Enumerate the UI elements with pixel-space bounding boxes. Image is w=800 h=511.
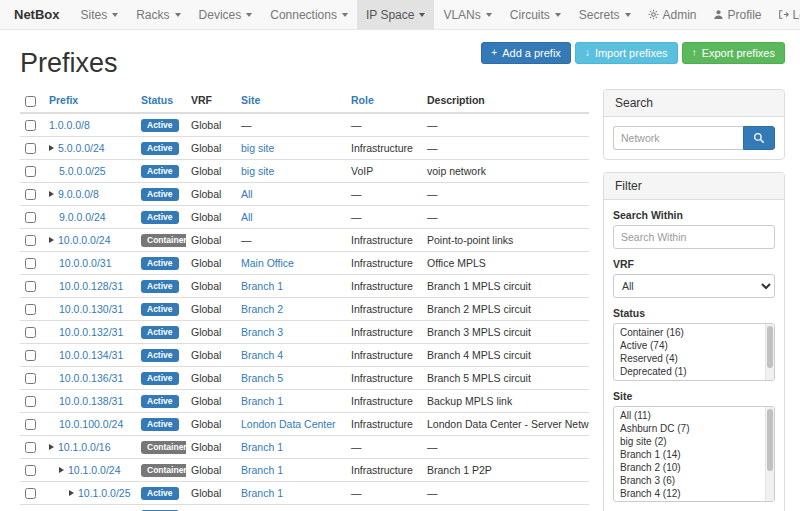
row-checkbox[interactable]: [25, 258, 36, 269]
site-link[interactable]: Branch 1: [241, 395, 283, 407]
column-header-role[interactable]: Role: [346, 89, 422, 113]
prefix-link[interactable]: 5.0.0.0/25: [59, 165, 106, 177]
expand-caret-icon[interactable]: [49, 191, 54, 197]
filter-option[interactable]: big site (2): [614, 435, 774, 448]
site-link[interactable]: All: [241, 211, 253, 223]
filter-option[interactable]: Container (16): [614, 326, 774, 339]
prefix-link[interactable]: 9.0.0.0/24: [59, 211, 106, 223]
expand-caret-icon[interactable]: [69, 490, 74, 496]
log-out-menu-item[interactable]: Log out: [770, 0, 800, 29]
prefix-link[interactable]: 9.0.0.0/8: [58, 188, 99, 200]
nav-item-connections[interactable]: Connections: [261, 0, 357, 29]
filter-option[interactable]: All (11): [614, 409, 774, 422]
row-checkbox[interactable]: [25, 373, 36, 384]
site-list-scrollbar[interactable]: [765, 407, 774, 501]
import-prefixes-button[interactable]: ↓Import prefixes: [575, 42, 678, 64]
site-link[interactable]: big site: [241, 142, 274, 154]
prefix-link[interactable]: 10.0.0.134/31: [59, 349, 123, 361]
expand-caret-icon[interactable]: [49, 237, 54, 243]
prefix-link[interactable]: 10.0.100.0/24: [59, 418, 123, 430]
site-link[interactable]: big site: [241, 165, 274, 177]
prefix-link[interactable]: 10.0.0.130/31: [59, 303, 123, 315]
row-checkbox[interactable]: [25, 488, 36, 499]
expand-caret-icon[interactable]: [49, 145, 54, 151]
site-listbox[interactable]: All (11)Ashburn DC (7)big site (2)Branch…: [613, 406, 775, 502]
row-checkbox[interactable]: [25, 419, 36, 430]
row-checkbox[interactable]: [25, 143, 36, 154]
app-logo[interactable]: NetBox: [10, 0, 72, 29]
filter-option[interactable]: Ashburn DC (7): [614, 422, 774, 435]
site-link[interactable]: Branch 1: [241, 280, 283, 292]
search-input[interactable]: [613, 126, 743, 150]
export-prefixes-button[interactable]: ↑Export prefixes: [682, 42, 785, 64]
table-row: 10.1.0.0/24ContainerGlobalBranch 1Infras…: [20, 458, 589, 481]
site-link[interactable]: Branch 1: [241, 487, 283, 499]
site-link[interactable]: All: [241, 188, 253, 200]
nav-item-vlans[interactable]: VLANs: [434, 0, 500, 29]
site-link[interactable]: Branch 1: [241, 464, 283, 476]
filter-option[interactable]: Branch 1 (14): [614, 448, 774, 461]
row-checkbox[interactable]: [25, 304, 36, 315]
prefix-link[interactable]: 10.1.0.0/16: [58, 441, 111, 453]
page-title: Prefixes: [20, 48, 118, 79]
admin-menu-item[interactable]: Admin: [640, 0, 705, 29]
select-all-checkbox[interactable]: [25, 96, 36, 107]
prefix-link[interactable]: 10.0.0.138/31: [59, 395, 123, 407]
site-link[interactable]: Branch 2: [241, 303, 283, 315]
column-header-site[interactable]: Site: [236, 89, 346, 113]
nav-item-racks[interactable]: Racks: [127, 0, 189, 29]
row-checkbox[interactable]: [25, 350, 36, 361]
row-checkbox[interactable]: [25, 465, 36, 476]
profile-menu-item[interactable]: Profile: [705, 0, 770, 29]
prefix-link[interactable]: 5.0.0.0/24: [58, 142, 105, 154]
prefix-link[interactable]: 10.0.0.136/31: [59, 372, 123, 384]
filter-option[interactable]: Branch 5 (7): [614, 500, 774, 502]
site-link[interactable]: London Data Center: [241, 418, 336, 430]
site-link[interactable]: Main Office: [241, 257, 294, 269]
status-list-scrollbar[interactable]: [765, 324, 774, 380]
row-checkbox[interactable]: [25, 442, 36, 453]
status-badge: Active: [141, 326, 179, 339]
row-checkbox[interactable]: [25, 120, 36, 131]
row-checkbox[interactable]: [25, 166, 36, 177]
site-link[interactable]: Branch 5: [241, 372, 283, 384]
filter-option[interactable]: Branch 2 (10): [614, 461, 774, 474]
nav-item-ip-space[interactable]: IP Space: [357, 0, 434, 29]
site-link[interactable]: Branch 4: [241, 349, 283, 361]
site-link[interactable]: Branch 1: [241, 441, 283, 453]
filter-option[interactable]: Branch 3 (6): [614, 474, 774, 487]
status-listbox[interactable]: Container (16)Active (74)Reserved (4)Dep…: [613, 323, 775, 381]
prefix-link[interactable]: 10.0.0.132/31: [59, 326, 123, 338]
prefix-table-body: 1.0.0.0/8ActiveGlobal———5.0.0.0/24Active…: [20, 113, 589, 511]
prefix-link[interactable]: 1.0.0.0/8: [49, 119, 90, 131]
prefix-link[interactable]: 10.0.0.0/31: [59, 257, 112, 269]
expand-caret-icon[interactable]: [59, 467, 64, 473]
filter-option[interactable]: Branch 4 (12): [614, 487, 774, 500]
nav-item-circuits[interactable]: Circuits: [501, 0, 570, 29]
row-checkbox[interactable]: [25, 189, 36, 200]
nav-item-sites[interactable]: Sites: [72, 0, 128, 29]
site-link[interactable]: Branch 3: [241, 326, 283, 338]
row-checkbox[interactable]: [25, 281, 36, 292]
filter-option[interactable]: Deprecated (1): [614, 365, 774, 378]
nav-item-devices[interactable]: Devices: [190, 0, 262, 29]
vrf-select[interactable]: All: [613, 274, 775, 298]
prefix-link[interactable]: 10.0.0.128/31: [59, 280, 123, 292]
prefix-link[interactable]: 10.0.0.0/24: [58, 234, 111, 246]
filter-option[interactable]: Reserved (4): [614, 352, 774, 365]
row-checkbox[interactable]: [25, 212, 36, 223]
prefix-link[interactable]: 10.1.0.0/24: [68, 464, 121, 476]
row-checkbox[interactable]: [25, 327, 36, 338]
filter-option[interactable]: Active (74): [614, 339, 774, 352]
column-header-status[interactable]: Status: [136, 89, 186, 113]
search-button[interactable]: [743, 126, 775, 150]
row-checkbox[interactable]: [25, 396, 36, 407]
prefix-link[interactable]: 10.1.0.0/25: [78, 487, 131, 499]
search-within-input[interactable]: [613, 225, 775, 249]
vrf-cell: Global: [186, 136, 236, 159]
nav-item-secrets[interactable]: Secrets: [570, 0, 640, 29]
column-header-prefix[interactable]: Prefix: [44, 89, 136, 113]
row-checkbox[interactable]: [25, 235, 36, 246]
add-a-prefix-button[interactable]: +Add a prefix: [481, 42, 571, 64]
expand-caret-icon[interactable]: [49, 444, 54, 450]
